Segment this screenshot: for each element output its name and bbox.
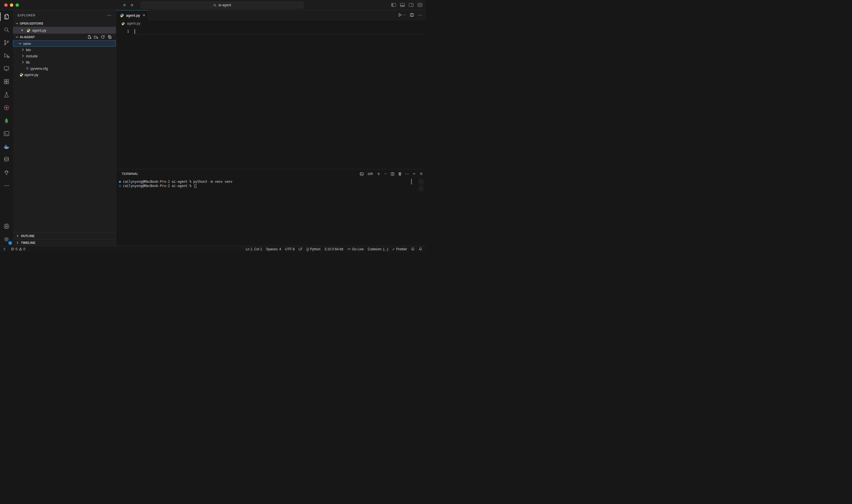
minimize-window-button[interactable] [10, 3, 13, 7]
feedback-button[interactable] [409, 246, 417, 252]
activity-accounts[interactable] [0, 220, 13, 233]
activity-remote-explorer[interactable] [0, 62, 13, 75]
tree-item-include[interactable]: include [13, 53, 116, 59]
code-editor[interactable]: 1 [116, 27, 426, 169]
close-editor-icon[interactable]: ✕ [20, 29, 24, 32]
outline-section-header[interactable]: OUTLINE [13, 232, 116, 239]
chevron-down-icon [18, 41, 22, 46]
indentation-button[interactable]: Spaces: 4 [264, 246, 283, 252]
activity-spacer [0, 192, 13, 220]
split-terminal-icon[interactable] [391, 172, 395, 176]
tree-item-bin[interactable]: bin [13, 47, 116, 53]
notifications-button[interactable] [417, 246, 424, 252]
codeium-label: Codeium: {...} [368, 247, 388, 251]
terminal-text: cailynyong@MacBook-Pro-2 ai-agent % pyth… [123, 180, 233, 184]
terminal-tab-icon[interactable] [419, 179, 423, 184]
activity-database[interactable] [0, 153, 13, 166]
shell-name[interactable]: zsh [367, 172, 373, 176]
toggle-panel-icon[interactable] [400, 2, 405, 7]
prompt-decoration[interactable] [119, 185, 121, 187]
chevron-down-icon [403, 14, 406, 16]
close-window-button[interactable] [4, 3, 7, 7]
command-center-search[interactable]: ai-agent [141, 2, 303, 8]
customize-layout-icon[interactable] [417, 2, 423, 7]
back-arrow-icon[interactable] [122, 3, 127, 7]
editor-more-actions-icon[interactable]: ⋯ [418, 13, 422, 17]
go-live-button[interactable]: Go Live [345, 246, 365, 252]
language-mode-button[interactable]: {} Python [305, 246, 322, 252]
encoding-button[interactable]: UTF-8 [283, 246, 296, 252]
collapse-all-icon[interactable] [107, 35, 112, 39]
close-panel-icon[interactable] [419, 172, 423, 176]
activity-explorer[interactable] [0, 10, 13, 23]
open-editors-header[interactable]: OPEN EDITORS [13, 20, 116, 27]
activity-settings[interactable]: 1 [0, 233, 13, 246]
tree-item-venv[interactable]: venv [13, 40, 116, 47]
maximize-panel-icon[interactable] [412, 172, 416, 176]
new-file-icon[interactable] [87, 35, 92, 39]
run-python-file-button[interactable] [398, 13, 406, 17]
remote-window-icon [2, 247, 6, 251]
new-folder-icon[interactable] [94, 35, 98, 39]
terminal-more-actions-icon[interactable]: ⋯ [405, 172, 409, 176]
close-tab-icon[interactable]: ✕ [143, 14, 145, 17]
workspace-header[interactable]: AI-AGENT [13, 34, 116, 40]
tree-item-lib[interactable]: lib [13, 59, 116, 65]
terminal-profile-icon[interactable] [360, 172, 364, 176]
tab-terminal[interactable]: TERMINAL [122, 172, 139, 176]
toggle-secondary-sidebar-icon[interactable] [409, 2, 414, 7]
cursor-position-button[interactable]: Ln 1, Col 1 [244, 246, 264, 252]
python-interpreter-button[interactable]: 3.10.0 64-bit [322, 246, 345, 252]
indentation: Spaces: 4 [266, 247, 281, 251]
terminal[interactable]: cailynyong@MacBook-Pro-2 ai-agent % pyth… [116, 178, 426, 246]
timeline-section-header[interactable]: TIMELINE [13, 239, 116, 246]
outline-label: OUTLINE [21, 234, 34, 238]
chevron-down-icon[interactable] [384, 172, 387, 176]
current-line-highlight [134, 34, 426, 35]
activity-run-debug[interactable] [0, 49, 13, 62]
command-success-decoration[interactable] [119, 181, 121, 183]
tree-item-pyvenv-cfg[interactable]: pyvenv.cfg [13, 65, 116, 71]
kill-terminal-trash-icon[interactable] [398, 172, 402, 176]
activity-extensions[interactable] [0, 75, 13, 88]
breadcrumb-item[interactable]: agent.py [127, 21, 140, 25]
source-control-icon [3, 39, 10, 46]
toggle-primary-sidebar-icon[interactable] [391, 2, 396, 7]
refresh-icon[interactable] [101, 35, 105, 39]
split-editor-icon[interactable] [410, 13, 414, 17]
breadcrumb[interactable]: agent.py [116, 20, 426, 27]
gem-extension-icon [3, 169, 10, 176]
activity-more[interactable] [0, 179, 13, 192]
activity-testing[interactable] [0, 88, 13, 101]
new-terminal-icon[interactable] [377, 172, 381, 176]
prettier-button[interactable]: ✓ Prettier [390, 246, 409, 252]
error-count: 0 [16, 247, 18, 251]
remote-window-button[interactable] [0, 246, 9, 252]
tab-bar: agent.py ✕ ⋯ [116, 10, 426, 20]
history-navigation [122, 3, 134, 7]
python-interpreter: 3.10.0 64-bit [324, 247, 343, 251]
activity-misc-extension[interactable] [0, 166, 13, 179]
eol-button[interactable]: LF [296, 246, 305, 252]
chevron-right-icon [21, 54, 25, 58]
codeium-button[interactable]: Codeium: {...} [366, 246, 391, 252]
activity-red-extension[interactable] [0, 101, 13, 114]
terminal-scrollbar[interactable] [411, 179, 412, 184]
terminal-tab-icon[interactable] [419, 186, 423, 191]
explorer-more-actions-icon[interactable]: ⋯ [107, 13, 111, 18]
problems-button[interactable]: 0 0 [9, 246, 27, 252]
tree-item-agent-py[interactable]: agent.py [13, 71, 116, 78]
forward-arrow-icon[interactable] [130, 3, 134, 7]
open-editor-agent-py[interactable]: ✕ agent.py [13, 27, 116, 34]
explorer-toolbar [87, 35, 115, 39]
editor-group: agent.py ✕ ⋯ agent.py [116, 10, 426, 246]
warnings-icon [19, 247, 22, 251]
tab-agent-py[interactable]: agent.py ✕ [116, 10, 148, 20]
zoom-window-button[interactable] [16, 3, 19, 7]
activity-search[interactable] [0, 23, 13, 36]
activity-terminal-extension[interactable] [0, 127, 13, 140]
activity-docker[interactable] [0, 140, 13, 153]
activity-mongodb[interactable] [0, 114, 13, 127]
workspace-label: AI-AGENT [20, 35, 35, 39]
activity-source-control[interactable] [0, 36, 13, 49]
